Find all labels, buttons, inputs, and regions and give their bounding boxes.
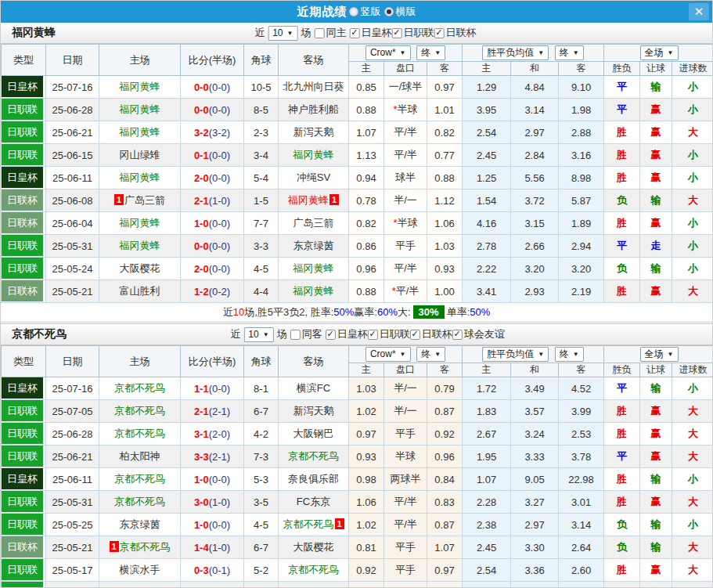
layout-radio-横版[interactable]: 横版 [384, 5, 416, 19]
corner-count: 3-5 [244, 491, 279, 514]
away-team: 福冈黄蜂1 [279, 280, 349, 303]
competition-checkbox-球会友谊[interactable]: 球会友谊 [452, 327, 505, 341]
avg-home: 2.22 [463, 258, 511, 280]
competition-checkbox-日职联[interactable]: 日职联 [368, 327, 410, 341]
section-header-team1: 福冈黄蜂 近 10▼ 场 同主 日皇杯日职联日联杯 [1, 23, 712, 44]
same-venue-checkbox[interactable]: 同主 [314, 26, 346, 40]
away-team: 北九州向日葵1 [279, 76, 349, 99]
odds-away: 0.88 [427, 167, 463, 189]
summary-part: 10 [233, 306, 244, 318]
home-team: 1京都不死鸟 [99, 468, 181, 491]
competition-badge: 日职联 [2, 99, 43, 120]
avg-home: 1.83 [463, 400, 511, 423]
col-type: 类型 [2, 346, 46, 377]
competition-badge: 日联杯 [2, 212, 43, 233]
handicap-outcome: 赢 [640, 99, 672, 121]
odds-handicap: *平/半 [384, 582, 427, 588]
avg-draw: 5.56 [511, 167, 559, 189]
col-result: 胜负 [604, 363, 640, 377]
same-venue-checkbox[interactable]: 同客 [290, 327, 322, 341]
away-team: 东京绿茵1 [279, 235, 349, 258]
away-team: 福冈黄蜂1 [279, 258, 349, 280]
handicap-outcome: 走 [640, 235, 672, 258]
odds-away: 0.84 [427, 468, 463, 491]
avg-home: 1.54 [463, 189, 511, 212]
home-team: 1福冈黄蜂 [99, 76, 181, 99]
avg-select[interactable]: 胜平负均值▼ [482, 45, 549, 60]
competition-badge: 日职联 [2, 400, 43, 421]
bookmaker-select[interactable]: Crow*▼ [366, 347, 411, 362]
odds-home: 0.88 [349, 280, 384, 303]
layout-radio-竖版[interactable]: 竖版 [349, 5, 381, 19]
away-team: 神户胜利船1 [279, 99, 349, 121]
competition-checkbox-日联杯[interactable]: 日联杯 [410, 327, 452, 341]
summary-part: 场,胜5平3负2, 胜率: [244, 305, 333, 319]
scope-group-header: 全场▼ [604, 346, 713, 363]
competition-badge: 日联杯 [2, 536, 43, 557]
odds-away: 0.77 [427, 144, 463, 167]
handicap-outcome: 赢 [640, 280, 672, 303]
match-date: 25-06-15 [46, 144, 99, 167]
match-date: 25-06-11 [46, 468, 99, 491]
avg-draw: 3.15 [511, 212, 559, 235]
odds-final-select[interactable]: 终▼ [416, 45, 445, 60]
odds-final-select[interactable]: 终▼ [416, 347, 445, 362]
avg-draw: 2.84 [511, 144, 559, 167]
chevron-down-icon: ▼ [434, 49, 441, 56]
match-type-cell: 日职联 [2, 121, 46, 144]
competition-checkbox-日职联[interactable]: 日职联 [391, 26, 434, 40]
odds-group-header: Crow*▼ 终▼ [349, 45, 463, 62]
odds-away: 1.06 [427, 212, 463, 235]
corner-count: 8-5 [244, 99, 279, 121]
avg-select[interactable]: 胜平负均值▼ [482, 347, 549, 362]
odds-home: 1.02 [349, 400, 384, 423]
score-cell: 1-0(0-0) [181, 514, 244, 536]
avg-away: 1.98 [559, 99, 604, 121]
corner-count: 8-1 [244, 377, 279, 400]
col-odds-away: 客 [427, 363, 463, 377]
odds-home: 1.06 [349, 491, 384, 514]
col-goals: 进球数 [672, 62, 713, 76]
result-outcome: 平 [604, 235, 640, 258]
odds-home: 0.88 [349, 99, 384, 121]
handicap-outcome: 赢 [640, 400, 672, 423]
avg-final-select[interactable]: 终▼ [555, 45, 584, 60]
away-team: 京都不死鸟1 [279, 446, 349, 468]
odds-home: 0.93 [349, 446, 384, 468]
avg-draw: 2.93 [511, 280, 559, 303]
match-date: 25-07-16 [46, 377, 99, 400]
competition-badge: 日皇杯 [2, 377, 43, 399]
odds-away: 0.97 [427, 559, 463, 582]
odds-handicap: *半/一 [384, 377, 427, 400]
match-type-cell: 日职联 [2, 258, 46, 280]
competition-badge: 日职联 [2, 559, 43, 580]
col-avg-home: 主 [463, 363, 511, 377]
avg-home: 2.38 [463, 514, 511, 536]
competition-checkbox-日皇杯[interactable]: 日皇杯 [349, 26, 391, 40]
match-count-select[interactable]: 10▼ [268, 26, 297, 41]
avg-away: 2.82 [559, 582, 604, 588]
avg-home: 2.45 [463, 144, 511, 167]
competition-checkbox-日皇杯[interactable]: 日皇杯 [326, 327, 368, 341]
goals-outcome: 小 [672, 377, 713, 400]
close-button[interactable]: ✕ [689, 3, 709, 20]
competition-checkbox-日联杯[interactable]: 日联杯 [434, 26, 476, 40]
avg-away: 3.78 [559, 446, 604, 468]
match-date: 25-06-21 [46, 121, 99, 144]
layout-radio-group: 竖版横版 [349, 5, 416, 19]
match-date: 25-05-31 [46, 235, 99, 258]
avg-draw: 4.84 [511, 76, 559, 99]
corner-count: 5-3 [244, 468, 279, 491]
scope-select[interactable]: 全场▼ [640, 347, 679, 362]
score-cell: 0-1(0-0) [181, 144, 244, 167]
match-count-select[interactable]: 10▼ [243, 327, 273, 342]
match-type-cell: 日联杯 [2, 189, 46, 212]
score-cell: 3-3(2-1) [181, 446, 244, 468]
chevron-down-icon: ▼ [287, 30, 293, 37]
scope-select[interactable]: 全场▼ [640, 45, 679, 60]
bookmaker-select[interactable]: Crow*▼ [366, 45, 411, 60]
avg-final-select[interactable]: 终▼ [555, 347, 584, 362]
score-cell: 1-1(0-0) [181, 377, 244, 400]
home-team: 1东京绿茵 [99, 514, 181, 536]
avg-home: 3.95 [463, 99, 511, 121]
